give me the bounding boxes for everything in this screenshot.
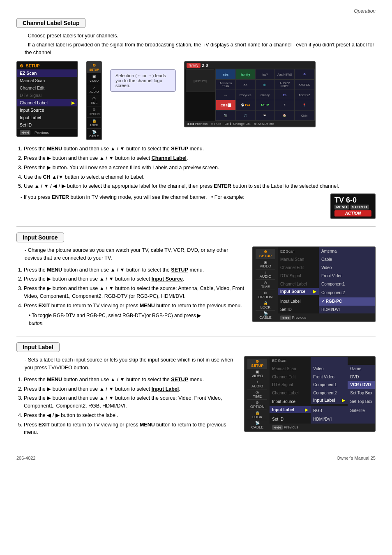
input-source-content: ⚙SETUP ▣VIDEO ♪AUDIO ◷TIME ⊕OPTION 🔒LOCK… bbox=[16, 246, 376, 329]
input-label-section: Input Label ⚙SETUP ▣VIDEO ♪AUDIO ◷TIME ⊕… bbox=[16, 342, 376, 440]
input-source-title: Input Source bbox=[16, 233, 64, 242]
operation-label: Operation bbox=[354, 8, 376, 14]
page-header: Operation bbox=[16, 8, 376, 14]
left-side-icons: ⚙SETUP ▣VIDEO ♪AUDIO ◷TIME ⊕OPTION 🔒LOCK… bbox=[86, 61, 102, 140]
channel-label-note: - If you press ENTER button in TV viewin… bbox=[21, 193, 376, 201]
step-1: Press the MENU button and then use ▲ / ▼… bbox=[24, 145, 376, 153]
step-5: Use ▲ / ▼ / ◀ / ▶ button to select the a… bbox=[24, 182, 376, 190]
channel-label-mockup-row: ⚙ SETUP EZ Scan Manual Scan Channel Edit… bbox=[16, 61, 376, 140]
input-source-section: Input Source ⚙SETUP ▣VIDEO ♪AUDIO ◷TIME … bbox=[16, 233, 376, 329]
input-source-menu-mockup: ⚙SETUP ▣VIDEO ♪AUDIO ◷TIME ⊕OPTION 🔒LOCK… bbox=[252, 246, 376, 322]
step-4: Use the CH ▲/▼ button to select a channe… bbox=[24, 173, 376, 181]
setup-menu-mockup: ⚙ SETUP EZ Scan Manual Scan Channel Edit… bbox=[16, 61, 78, 137]
input-label-title: Input Label bbox=[16, 342, 60, 352]
input-label-content: ⚙SETUP ▣VIDEO ♪AUDIO ◷TIME ⊕OPTION 🔒LOCK… bbox=[16, 356, 376, 440]
footer-right: Owner's Manual 25 bbox=[337, 456, 376, 461]
channel-label-steps: Press the MENU button and then use ▲ / ▼… bbox=[24, 145, 376, 190]
tv-banner-area: TV 6-0 MENU STEREO ACTION - If you press… bbox=[16, 193, 376, 219]
channel-label-callout: Selection (← or →) leads you to the chan… bbox=[110, 69, 176, 92]
tv-banner: TV 6-0 MENU STEREO ACTION bbox=[330, 193, 376, 219]
step-3: Press the ▶ button. You will now see a s… bbox=[24, 164, 376, 172]
step-2: Press the ▶ button and then use ▲ / ▼ bu… bbox=[24, 154, 376, 162]
page-footer: 206-4022 Owner's Manual 25 bbox=[16, 452, 376, 461]
channel-label-bullets: Choose preset labels for your channels. … bbox=[21, 32, 376, 56]
input-label-menu-mockup: ⚙SETUP ▣VIDEO ♪AUDIO ◷TIME ⊕OPTION 🔒LOCK… bbox=[244, 356, 376, 432]
bullet-1: Choose preset labels for your channels. bbox=[21, 32, 376, 40]
channel-label-setup-section: Channel Label Setup Choose preset labels… bbox=[16, 18, 376, 219]
footer-left: 206-4022 bbox=[16, 456, 36, 461]
channel-grid-mockup: family 2-0 [preview] cbs family lau? Aaa… bbox=[184, 61, 316, 127]
channel-label-setup-title: Channel Label Setup bbox=[16, 18, 85, 28]
bullet-2: If a channel label is provided on the si… bbox=[21, 41, 376, 57]
